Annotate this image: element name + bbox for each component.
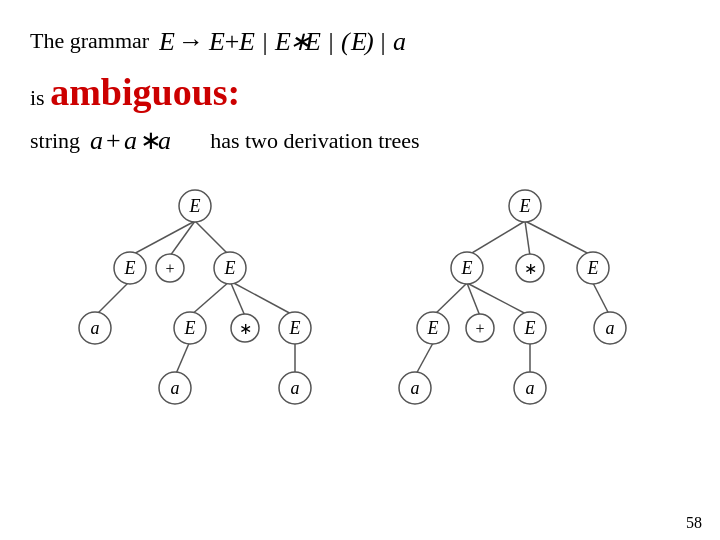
svg-text:E: E bbox=[427, 318, 439, 338]
svg-text:a: a bbox=[526, 378, 535, 398]
svg-line-20 bbox=[130, 221, 195, 256]
svg-text:E: E bbox=[461, 258, 473, 278]
svg-text:∗: ∗ bbox=[239, 320, 252, 337]
svg-text:E: E bbox=[224, 258, 236, 278]
svg-line-55 bbox=[415, 343, 433, 376]
svg-text:∗: ∗ bbox=[524, 260, 537, 277]
svg-text:|: | bbox=[261, 27, 268, 56]
svg-line-21 bbox=[170, 221, 195, 256]
svg-text:(: ( bbox=[341, 27, 351, 56]
svg-text:E: E bbox=[159, 27, 175, 56]
svg-text:a: a bbox=[124, 126, 137, 155]
grammar-formula: E → E + E | E ∗ E | ( E ) | a bbox=[159, 20, 579, 62]
page-number: 58 bbox=[686, 514, 702, 532]
svg-text:E: E bbox=[238, 27, 255, 56]
trees-container: E E + E a E ∗ E a a bbox=[30, 176, 690, 416]
svg-text:+: + bbox=[165, 260, 174, 277]
svg-text:a: a bbox=[90, 126, 103, 155]
string-label: string bbox=[30, 128, 80, 154]
svg-line-52 bbox=[433, 283, 467, 316]
svg-line-26 bbox=[230, 281, 295, 316]
svg-text:|: | bbox=[379, 27, 386, 56]
has-two-text: has two derivation trees bbox=[210, 128, 420, 154]
svg-text:a: a bbox=[606, 318, 615, 338]
ambiguous-line: is ambiguous: bbox=[30, 70, 690, 114]
svg-text:E: E bbox=[124, 258, 136, 278]
svg-text:+: + bbox=[106, 126, 121, 155]
is-label: is bbox=[30, 85, 45, 110]
svg-text:a: a bbox=[291, 378, 300, 398]
svg-text:): ) bbox=[363, 27, 374, 56]
svg-line-25 bbox=[230, 281, 245, 316]
svg-text:+: + bbox=[475, 320, 484, 337]
svg-text:a: a bbox=[171, 378, 180, 398]
svg-text:→: → bbox=[177, 27, 203, 56]
svg-line-27 bbox=[175, 341, 190, 376]
slide: The grammar E → E + E | E ∗ E | ( E ) bbox=[0, 0, 720, 540]
svg-text:E: E bbox=[289, 318, 301, 338]
svg-line-24 bbox=[190, 281, 230, 316]
svg-line-51 bbox=[525, 221, 593, 256]
string-formula-svg: a + a ∗ a bbox=[90, 124, 200, 158]
svg-text:+: + bbox=[223, 27, 241, 56]
the-grammar-label: The grammar bbox=[30, 28, 149, 54]
svg-text:E: E bbox=[304, 27, 321, 56]
svg-text:E: E bbox=[587, 258, 599, 278]
svg-line-50 bbox=[525, 221, 530, 256]
svg-line-23 bbox=[95, 281, 130, 316]
header-line: The grammar E → E + E | E ∗ E | ( E ) bbox=[30, 20, 690, 62]
svg-text:E: E bbox=[189, 196, 201, 216]
svg-text:|: | bbox=[327, 27, 334, 56]
string-line: string a + a ∗ a has two derivation tree… bbox=[30, 124, 690, 158]
tree1-svg: E E + E a E ∗ E a a bbox=[55, 176, 335, 416]
svg-text:a: a bbox=[411, 378, 420, 398]
tree2-svg: E E ∗ E E + E a a a bbox=[385, 176, 665, 416]
svg-text:E: E bbox=[524, 318, 536, 338]
svg-line-49 bbox=[467, 221, 525, 256]
svg-text:a: a bbox=[91, 318, 100, 338]
svg-text:E: E bbox=[519, 196, 531, 216]
svg-line-22 bbox=[195, 221, 230, 256]
svg-text:a: a bbox=[158, 126, 171, 155]
svg-line-54 bbox=[467, 283, 530, 316]
ambiguous-word: ambiguous: bbox=[50, 71, 240, 113]
svg-text:E: E bbox=[184, 318, 196, 338]
svg-line-57 bbox=[593, 283, 610, 316]
svg-text:a: a bbox=[393, 27, 406, 56]
